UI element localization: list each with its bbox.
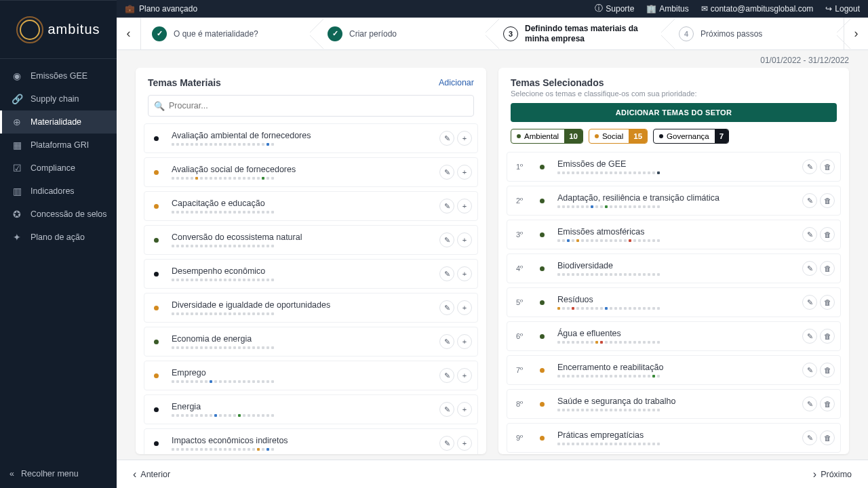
edit-button[interactable]: ✎ — [802, 159, 817, 174]
trash-icon: 🗑 — [824, 163, 831, 171]
selected-row: 4º Biodiversidade ✎ 🗑 — [507, 253, 841, 283]
delete-button[interactable]: 🗑 — [820, 227, 835, 242]
edit-button[interactable]: ✎ — [439, 165, 454, 180]
delete-button[interactable]: 🗑 — [820, 396, 835, 411]
nav-materialidade[interactable]: ⊕Materialidade — [0, 110, 117, 134]
edit-button[interactable]: ✎ — [439, 436, 454, 451]
delete-button[interactable]: 🗑 — [820, 430, 835, 445]
edit-button[interactable]: ✎ — [802, 363, 817, 378]
add-button[interactable]: + — [457, 368, 472, 383]
target-icon: ⊕ — [12, 117, 22, 127]
delete-button[interactable]: 🗑 — [820, 295, 835, 310]
add-button[interactable]: + — [457, 402, 472, 417]
delete-button[interactable]: 🗑 — [820, 329, 835, 344]
nav-plano[interactable]: ✦Plano de ação — [0, 226, 117, 249]
main: 💼Plano avançado ⓘSuporte 🏢Ambitus ✉conta… — [117, 0, 868, 488]
add-button[interactable]: + — [457, 165, 472, 180]
panel-themes-title: Temas Materiais — [148, 77, 221, 88]
edit-button[interactable]: ✎ — [802, 295, 817, 310]
theme-name: Desempenho econômico — [172, 266, 430, 276]
chevron-left-icon: ‹ — [133, 468, 136, 481]
search-input[interactable] — [148, 95, 474, 117]
category-dot — [150, 238, 162, 243]
edit-button[interactable]: ✎ — [439, 232, 454, 247]
next-button[interactable]: ›Próximo — [813, 468, 852, 481]
theme-name: Encerramento e reabilitação — [557, 363, 793, 372]
plus-icon: + — [462, 202, 467, 210]
selected-row: 8º Saúde e segurança do trabalho ✎ 🗑 — [507, 389, 841, 419]
plus-icon: + — [462, 270, 467, 278]
edit-button[interactable]: ✎ — [439, 131, 454, 146]
edit-button[interactable]: ✎ — [802, 430, 817, 445]
edit-button[interactable]: ✎ — [439, 266, 454, 281]
theme-row: Economia de energia ✎ + — [144, 327, 478, 357]
category-dot — [150, 340, 162, 344]
step-3[interactable]: 3Definindo temas materiais da minha empr… — [492, 18, 668, 49]
support-link[interactable]: ⓘSuporte — [595, 3, 634, 14]
edit-button[interactable]: ✎ — [802, 227, 817, 242]
indicator-dots — [172, 143, 430, 146]
nav-selos[interactable]: ✪Concessão de selos — [0, 203, 117, 226]
pencil-icon: ✎ — [807, 197, 813, 205]
email-link[interactable]: ✉contato@ambitusglobal.com — [701, 4, 814, 14]
add-theme-link[interactable]: Adicionar — [439, 78, 474, 87]
prev-button[interactable]: ‹Anterior — [133, 468, 170, 481]
nav-supply[interactable]: 🔗Supply chain — [0, 87, 117, 110]
add-button[interactable]: + — [457, 436, 472, 451]
tag-ambiental[interactable]: Ambiental10 — [511, 129, 583, 144]
stepper-prev[interactable]: ‹ — [117, 18, 141, 49]
delete-button[interactable]: 🗑 — [820, 159, 835, 174]
edit-button[interactable]: ✎ — [439, 199, 454, 214]
category-dot — [536, 199, 548, 203]
rank: 3º — [513, 230, 526, 239]
pencil-icon: ✎ — [807, 332, 813, 341]
edit-button[interactable]: ✎ — [802, 396, 817, 411]
edit-button[interactable]: ✎ — [439, 402, 454, 417]
tag-social[interactable]: Social15 — [589, 129, 648, 144]
nav-indicadores[interactable]: ▥Indicadores — [0, 180, 117, 203]
edit-button[interactable]: ✎ — [439, 300, 454, 315]
brand-link[interactable]: 🏢Ambitus — [646, 4, 688, 14]
logout-icon: ↪ — [825, 4, 832, 14]
step-2[interactable]: ✓Criar período — [317, 18, 492, 49]
nav-compliance[interactable]: ☑Compliance — [0, 157, 117, 180]
pencil-icon: ✎ — [444, 202, 450, 211]
rank: 5º — [513, 298, 526, 306]
add-button[interactable]: + — [457, 334, 472, 349]
add-button[interactable]: + — [457, 199, 472, 214]
add-button[interactable]: + — [457, 131, 472, 146]
add-sector-themes-button[interactable]: ADICIONAR TEMAS DO SETOR — [511, 103, 837, 122]
theme-row: Diversidade e igualdade de oportunidades… — [144, 293, 478, 323]
footer: ‹Anterior ›Próximo — [117, 460, 868, 488]
link-icon: 🔗 — [12, 94, 22, 104]
edit-button[interactable]: ✎ — [802, 193, 817, 208]
plan-badge: 💼Plano avançado — [125, 4, 197, 14]
plus-icon: + — [462, 405, 467, 413]
panel-selected-subtitle: Selecione os temas e classifique-os com … — [498, 89, 849, 103]
indicator-dots — [557, 443, 793, 445]
delete-button[interactable]: 🗑 — [820, 363, 835, 378]
edit-button[interactable]: ✎ — [802, 329, 817, 344]
add-button[interactable]: + — [457, 266, 472, 281]
check-icon: ☑ — [12, 163, 22, 174]
trash-icon: 🗑 — [824, 230, 831, 239]
selected-row: 1º Emissões de GEE ✎ 🗑 — [507, 152, 841, 182]
indicator-dots — [557, 205, 793, 208]
chevron-left-icon: « — [9, 469, 14, 479]
add-button[interactable]: + — [457, 300, 472, 315]
logout-link[interactable]: ↪Logout — [825, 4, 860, 14]
collapse-menu[interactable]: «Recolher menu — [0, 460, 117, 488]
theme-name: Capacitação e educação — [172, 199, 430, 208]
step-1[interactable]: ✓O que é materialidade? — [141, 18, 317, 49]
category-dot — [150, 272, 162, 277]
edit-button[interactable]: ✎ — [439, 368, 454, 383]
delete-button[interactable]: 🗑 — [820, 193, 835, 208]
step-4[interactable]: 4Próximos passos — [668, 18, 844, 49]
nav-gri[interactable]: ▦Plataforma GRI — [0, 134, 117, 157]
add-button[interactable]: + — [457, 232, 472, 247]
delete-button[interactable]: 🗑 — [820, 261, 835, 276]
edit-button[interactable]: ✎ — [802, 261, 817, 276]
tag-governanca[interactable]: Governança7 — [653, 129, 729, 144]
nav-emissoes[interactable]: ◉Emissões GEE — [0, 64, 117, 87]
edit-button[interactable]: ✎ — [439, 334, 454, 349]
